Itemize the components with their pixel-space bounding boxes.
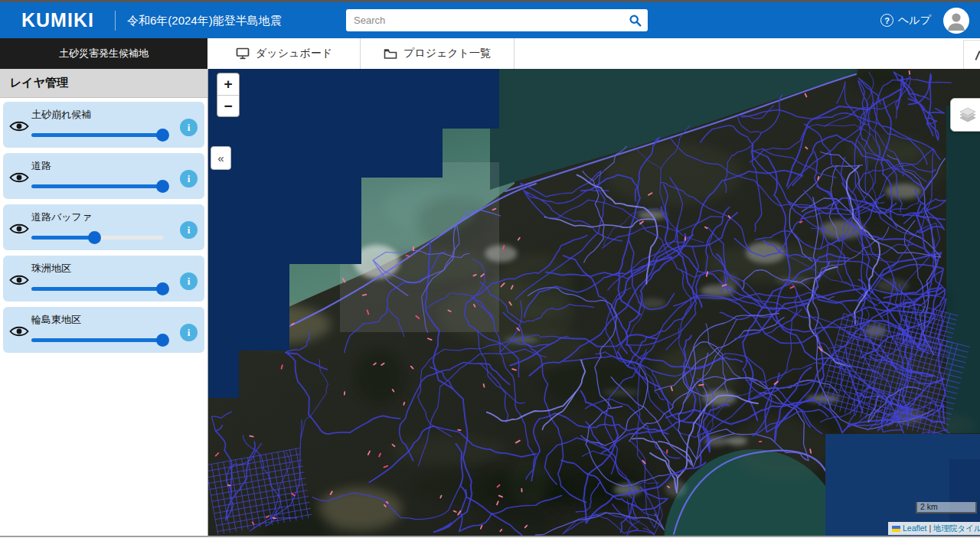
satellite-map-art (208, 69, 980, 537)
ukraine-flag-icon (892, 526, 900, 532)
eye-visibility-icon[interactable] (9, 171, 29, 184)
layer-info-icon[interactable]: i (180, 324, 198, 341)
layers-icon (957, 104, 978, 126)
attribution-separator: | (927, 523, 934, 533)
person-icon (943, 8, 969, 34)
map-attribution: Leaflet | 地理院タイル (888, 522, 980, 535)
layer-name: 土砂崩れ候補 (31, 108, 91, 122)
eye-visibility-icon[interactable] (9, 324, 29, 338)
tab-dashboard[interactable]: ダッシュボード (208, 38, 360, 69)
layer-name: 輪島東地区 (31, 313, 81, 327)
layer-info-icon[interactable]: i (180, 221, 198, 239)
layer-panel-title: レイヤ管理 (0, 69, 207, 98)
app-logo[interactable]: KUMIKI (21, 9, 94, 31)
layer-name: 道路バッファ (31, 210, 92, 224)
eye-visibility-icon[interactable] (9, 119, 29, 133)
partial-element[interactable] (963, 40, 980, 69)
layer-opacity-slider[interactable] (31, 282, 163, 295)
layer-info-icon[interactable]: i (180, 170, 198, 187)
slider-thumb[interactable] (156, 334, 169, 347)
layer-opacity-slider[interactable] (31, 180, 163, 193)
layers-control-button[interactable] (950, 98, 980, 132)
layer-info-icon[interactable]: i (180, 272, 198, 290)
layer-card: 土砂崩れ候補 i (3, 102, 204, 148)
slider-thumb[interactable] (88, 231, 101, 244)
app-window: KUMIKI 令和6年(2024年)能登半島地震 ? ヘルプ 土砂災 (0, 0, 980, 537)
slider-track (31, 287, 163, 291)
layer-card: 輪島東地区 i (3, 307, 204, 353)
layer-card: 珠洲地区 i (3, 256, 204, 302)
map-canvas[interactable]: + − « 2 km Leaflet | 地理院タイル (208, 69, 980, 537)
leaflet-link[interactable]: Leaflet (903, 523, 927, 533)
search-box (346, 9, 648, 31)
gsi-tiles-link[interactable]: 地理院タイル (933, 523, 980, 533)
zoom-in-button[interactable]: + (217, 73, 239, 95)
help-label: ヘルプ (898, 14, 931, 28)
slider-track (31, 133, 163, 137)
navbar-divider (115, 11, 116, 31)
folder-icon (384, 48, 397, 60)
search-icon[interactable] (629, 14, 642, 27)
layer-opacity-slider[interactable] (31, 231, 163, 244)
slider-thumb[interactable] (156, 129, 169, 142)
layer-opacity-slider[interactable] (31, 129, 163, 142)
tab-project-list-label: プロジェクト一覧 (403, 47, 491, 60)
help-button[interactable]: ? ヘルプ (880, 14, 931, 28)
navbar: KUMIKI 令和6年(2024年)能登半島地震 ? ヘルプ (0, 2, 980, 38)
layer-name: 珠洲地区 (31, 262, 71, 276)
user-avatar[interactable] (943, 8, 969, 34)
layer-info-icon[interactable]: i (180, 119, 198, 136)
layer-opacity-slider[interactable] (31, 334, 163, 347)
slider-thumb[interactable] (156, 282, 169, 295)
slider-track (31, 338, 163, 342)
zoom-control: + − (217, 73, 240, 117)
search-input[interactable] (354, 9, 622, 31)
monitor-icon (236, 47, 250, 60)
navbar-right: ? ヘルプ (880, 2, 969, 38)
eye-visibility-icon[interactable] (9, 273, 29, 287)
sidebar-collapse-button[interactable]: « (211, 146, 231, 170)
project-title: 令和6年(2024年)能登半島地震 (127, 14, 282, 28)
slider-thumb[interactable] (156, 180, 169, 193)
map-scale-bar: 2 km (916, 502, 977, 514)
layer-list: 土砂崩れ候補 i 道路 i (0, 98, 207, 353)
zoom-out-button[interactable]: − (217, 95, 239, 116)
layer-card: 道路 i (3, 153, 204, 199)
layer-card: 道路バッファ i (3, 204, 204, 250)
tab-dashboard-label: ダッシュボード (256, 47, 332, 60)
tab-active-disaster-candidates[interactable]: 土砂災害発生候補地 (0, 38, 207, 69)
help-icon: ? (880, 14, 893, 27)
tab-strip: 土砂災害発生候補地 ダッシュボード プロジェクト一覧 (0, 38, 980, 69)
tab-project-list[interactable]: プロジェクト一覧 (360, 38, 514, 69)
layer-name: 道路 (31, 159, 51, 173)
eye-visibility-icon[interactable] (9, 222, 29, 236)
slider-track (31, 184, 163, 188)
layer-panel: レイヤ管理 土砂崩れ候補 i 道路 (0, 69, 208, 537)
